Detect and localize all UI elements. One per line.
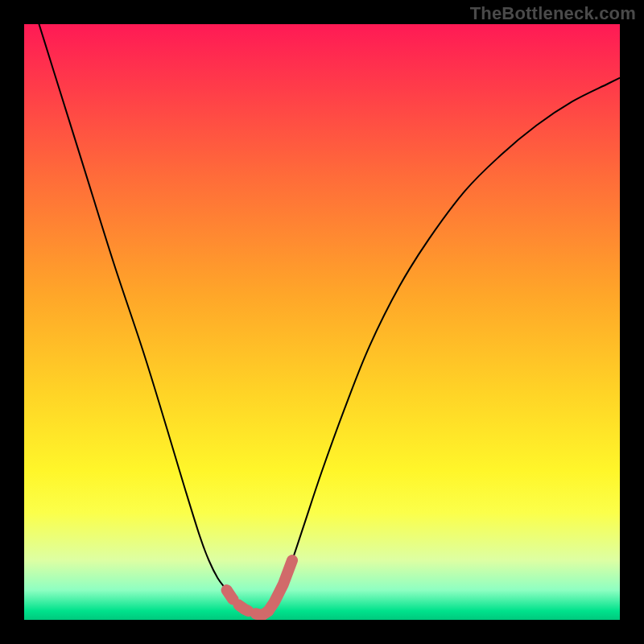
curve-layer [24,24,620,620]
highlight-right [268,560,292,611]
chart-frame: TheBottleneck.com [0,0,644,644]
highlight-left [227,590,257,614]
watermark-text: TheBottleneck.com [470,3,636,24]
left-curve [24,24,262,615]
plot-area [24,24,620,620]
right-curve [262,78,620,615]
